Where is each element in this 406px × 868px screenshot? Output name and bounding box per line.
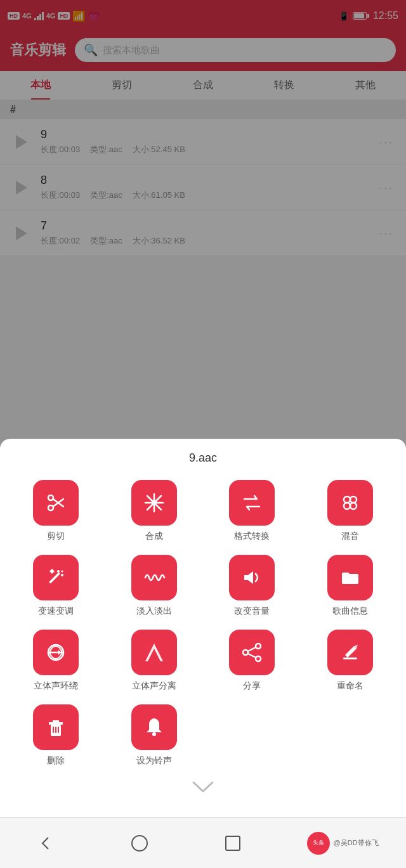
modal-item-speed[interactable]: 变速变调 xyxy=(10,555,102,617)
svg-rect-34 xyxy=(55,727,56,733)
convert-icon xyxy=(229,480,275,526)
modal-label-compose: 合成 xyxy=(145,531,163,542)
modal-item-share[interactable]: 分享 xyxy=(206,630,298,692)
modal-item-fade[interactable]: 淡入淡出 xyxy=(108,555,200,617)
modal-item-split[interactable]: 立体声分离 xyxy=(108,630,200,692)
modal-item-convert[interactable]: 格式转换 xyxy=(206,480,298,542)
svg-point-36 xyxy=(152,732,156,736)
modal-item-volume[interactable]: 改变音量 xyxy=(206,555,298,617)
svg-rect-32 xyxy=(53,720,59,723)
svg-rect-19 xyxy=(342,576,358,584)
svg-point-26 xyxy=(256,656,261,661)
modal-label-fade: 淡入淡出 xyxy=(136,606,172,617)
svg-point-15 xyxy=(57,570,60,573)
modal-grid: 剪切 合成 格式转换 xyxy=(10,480,396,767)
svg-point-8 xyxy=(152,500,157,505)
svg-point-17 xyxy=(62,571,63,573)
svg-rect-13 xyxy=(49,572,60,583)
asterisk-icon xyxy=(131,480,177,526)
modal-title: 9.aac xyxy=(10,451,396,465)
logo-avatar: 头条 xyxy=(307,832,330,855)
svg-rect-35 xyxy=(58,727,59,733)
folder-icon xyxy=(327,555,373,600)
bottom-logo: 头条 @吴DD带你飞 xyxy=(307,832,379,855)
scissors-icon xyxy=(33,480,79,526)
svg-marker-14 xyxy=(49,569,55,574)
modal-label-cut: 剪切 xyxy=(47,531,65,542)
svg-line-27 xyxy=(248,647,256,651)
volume-icon xyxy=(229,555,275,600)
modal-item-compose[interactable]: 合成 xyxy=(108,480,200,542)
share-icon xyxy=(229,630,275,675)
svg-marker-18 xyxy=(244,571,253,584)
svg-point-37 xyxy=(132,836,147,851)
modal-label-surround: 立体声环绕 xyxy=(34,680,78,692)
modal-label-mix: 混音 xyxy=(341,531,359,542)
svg-point-25 xyxy=(243,650,248,655)
modal-label-share: 分享 xyxy=(243,680,261,692)
modal-label-volume: 改变音量 xyxy=(234,606,270,617)
svg-point-16 xyxy=(61,574,63,576)
recent-button[interactable] xyxy=(214,824,252,862)
modal-label-ringtone: 设为铃声 xyxy=(136,755,172,767)
back-button[interactable] xyxy=(27,824,65,862)
modal-item-delete[interactable]: 删除 xyxy=(10,704,102,767)
modal-label-convert: 格式转换 xyxy=(234,531,270,542)
svg-rect-29 xyxy=(343,657,357,659)
edit-icon xyxy=(327,630,373,675)
modal-label-delete: 删除 xyxy=(47,755,65,767)
svg-rect-38 xyxy=(226,836,240,850)
modal-chevron[interactable] xyxy=(10,779,396,798)
modal-label-split: 立体声分离 xyxy=(132,680,176,692)
mix-icon xyxy=(327,480,373,526)
modal-item-ringtone[interactable]: 设为铃声 xyxy=(108,704,200,767)
modal-item-rename[interactable]: 重命名 xyxy=(304,630,396,692)
modal-item-info[interactable]: 歌曲信息 xyxy=(304,555,396,617)
bell-icon xyxy=(131,704,177,750)
modal-item-surround[interactable]: 立体声环绕 xyxy=(10,630,102,692)
home-button[interactable] xyxy=(121,824,159,862)
wand-icon xyxy=(33,555,79,600)
modal-item-cut[interactable]: 剪切 xyxy=(10,480,102,542)
modal-sheet: 9.aac 剪切 xyxy=(0,439,406,817)
modal-label-speed: 变速变调 xyxy=(38,606,74,617)
svg-line-28 xyxy=(248,654,256,657)
logo-text: @吴DD带你飞 xyxy=(334,838,379,848)
svg-rect-33 xyxy=(53,727,54,733)
modal-item-mix[interactable]: 混音 xyxy=(304,480,396,542)
modal-label-rename: 重命名 xyxy=(337,680,363,692)
svg-point-10 xyxy=(350,496,357,503)
svg-point-11 xyxy=(344,503,350,509)
surround-icon xyxy=(33,630,79,675)
svg-point-24 xyxy=(256,644,261,649)
svg-point-12 xyxy=(350,503,357,509)
split-icon xyxy=(131,630,177,675)
modal-label-info: 歌曲信息 xyxy=(332,606,368,617)
bottom-nav: 头条 @吴DD带你飞 xyxy=(0,817,406,868)
wave-icon xyxy=(131,555,177,600)
trash-icon xyxy=(33,704,79,750)
svg-point-9 xyxy=(344,496,350,503)
